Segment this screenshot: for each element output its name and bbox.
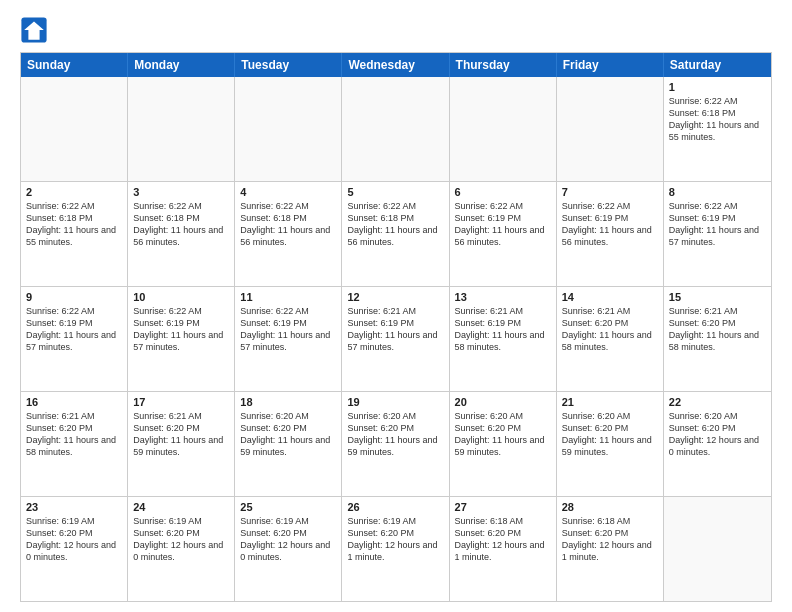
week-row-5: 23Sunrise: 6:19 AM Sunset: 6:20 PM Dayli… — [21, 496, 771, 601]
cell-info: Sunrise: 6:20 AM Sunset: 6:20 PM Dayligh… — [240, 410, 336, 459]
cell-info: Sunrise: 6:21 AM Sunset: 6:20 PM Dayligh… — [26, 410, 122, 459]
cell-info: Sunrise: 6:22 AM Sunset: 6:19 PM Dayligh… — [669, 200, 766, 249]
day-number: 15 — [669, 291, 766, 303]
day-number: 21 — [562, 396, 658, 408]
cal-cell: 6Sunrise: 6:22 AM Sunset: 6:19 PM Daylig… — [450, 182, 557, 286]
day-number: 11 — [240, 291, 336, 303]
day-number: 6 — [455, 186, 551, 198]
cell-info: Sunrise: 6:22 AM Sunset: 6:18 PM Dayligh… — [26, 200, 122, 249]
cal-cell: 21Sunrise: 6:20 AM Sunset: 6:20 PM Dayli… — [557, 392, 664, 496]
week-row-4: 16Sunrise: 6:21 AM Sunset: 6:20 PM Dayli… — [21, 391, 771, 496]
cell-info: Sunrise: 6:22 AM Sunset: 6:19 PM Dayligh… — [240, 305, 336, 354]
header-day-wednesday: Wednesday — [342, 53, 449, 77]
calendar-header: SundayMondayTuesdayWednesdayThursdayFrid… — [21, 53, 771, 77]
cal-cell: 22Sunrise: 6:20 AM Sunset: 6:20 PM Dayli… — [664, 392, 771, 496]
day-number: 22 — [669, 396, 766, 408]
week-row-3: 9Sunrise: 6:22 AM Sunset: 6:19 PM Daylig… — [21, 286, 771, 391]
calendar: SundayMondayTuesdayWednesdayThursdayFrid… — [20, 52, 772, 602]
cell-info: Sunrise: 6:22 AM Sunset: 6:19 PM Dayligh… — [26, 305, 122, 354]
day-number: 7 — [562, 186, 658, 198]
cell-info: Sunrise: 6:18 AM Sunset: 6:20 PM Dayligh… — [562, 515, 658, 564]
header-day-saturday: Saturday — [664, 53, 771, 77]
cal-cell: 26Sunrise: 6:19 AM Sunset: 6:20 PM Dayli… — [342, 497, 449, 601]
header-day-tuesday: Tuesday — [235, 53, 342, 77]
cal-cell — [450, 77, 557, 181]
day-number: 17 — [133, 396, 229, 408]
cell-info: Sunrise: 6:19 AM Sunset: 6:20 PM Dayligh… — [26, 515, 122, 564]
cell-info: Sunrise: 6:19 AM Sunset: 6:20 PM Dayligh… — [347, 515, 443, 564]
cell-info: Sunrise: 6:21 AM Sunset: 6:19 PM Dayligh… — [347, 305, 443, 354]
day-number: 1 — [669, 81, 766, 93]
day-number: 28 — [562, 501, 658, 513]
calendar-body: 1Sunrise: 6:22 AM Sunset: 6:18 PM Daylig… — [21, 77, 771, 601]
cal-cell: 11Sunrise: 6:22 AM Sunset: 6:19 PM Dayli… — [235, 287, 342, 391]
cal-cell: 7Sunrise: 6:22 AM Sunset: 6:19 PM Daylig… — [557, 182, 664, 286]
cell-info: Sunrise: 6:20 AM Sunset: 6:20 PM Dayligh… — [562, 410, 658, 459]
cal-cell: 23Sunrise: 6:19 AM Sunset: 6:20 PM Dayli… — [21, 497, 128, 601]
day-number: 26 — [347, 501, 443, 513]
cell-info: Sunrise: 6:22 AM Sunset: 6:19 PM Dayligh… — [455, 200, 551, 249]
cal-cell: 15Sunrise: 6:21 AM Sunset: 6:20 PM Dayli… — [664, 287, 771, 391]
cal-cell: 19Sunrise: 6:20 AM Sunset: 6:20 PM Dayli… — [342, 392, 449, 496]
day-number: 9 — [26, 291, 122, 303]
week-row-2: 2Sunrise: 6:22 AM Sunset: 6:18 PM Daylig… — [21, 181, 771, 286]
day-number: 24 — [133, 501, 229, 513]
day-number: 4 — [240, 186, 336, 198]
cell-info: Sunrise: 6:22 AM Sunset: 6:19 PM Dayligh… — [133, 305, 229, 354]
cal-cell: 2Sunrise: 6:22 AM Sunset: 6:18 PM Daylig… — [21, 182, 128, 286]
cell-info: Sunrise: 6:21 AM Sunset: 6:20 PM Dayligh… — [669, 305, 766, 354]
cal-cell: 16Sunrise: 6:21 AM Sunset: 6:20 PM Dayli… — [21, 392, 128, 496]
cal-cell: 10Sunrise: 6:22 AM Sunset: 6:19 PM Dayli… — [128, 287, 235, 391]
cell-info: Sunrise: 6:19 AM Sunset: 6:20 PM Dayligh… — [240, 515, 336, 564]
logo-icon — [20, 16, 48, 44]
day-number: 27 — [455, 501, 551, 513]
day-number: 20 — [455, 396, 551, 408]
cal-cell: 3Sunrise: 6:22 AM Sunset: 6:18 PM Daylig… — [128, 182, 235, 286]
page: SundayMondayTuesdayWednesdayThursdayFrid… — [0, 0, 792, 612]
day-number: 25 — [240, 501, 336, 513]
day-number: 10 — [133, 291, 229, 303]
cell-info: Sunrise: 6:22 AM Sunset: 6:18 PM Dayligh… — [133, 200, 229, 249]
cal-cell: 4Sunrise: 6:22 AM Sunset: 6:18 PM Daylig… — [235, 182, 342, 286]
cell-info: Sunrise: 6:18 AM Sunset: 6:20 PM Dayligh… — [455, 515, 551, 564]
cell-info: Sunrise: 6:20 AM Sunset: 6:20 PM Dayligh… — [347, 410, 443, 459]
day-number: 18 — [240, 396, 336, 408]
cell-info: Sunrise: 6:19 AM Sunset: 6:20 PM Dayligh… — [133, 515, 229, 564]
day-number: 5 — [347, 186, 443, 198]
cell-info: Sunrise: 6:21 AM Sunset: 6:20 PM Dayligh… — [562, 305, 658, 354]
cell-info: Sunrise: 6:21 AM Sunset: 6:19 PM Dayligh… — [455, 305, 551, 354]
cell-info: Sunrise: 6:22 AM Sunset: 6:18 PM Dayligh… — [669, 95, 766, 144]
cal-cell: 17Sunrise: 6:21 AM Sunset: 6:20 PM Dayli… — [128, 392, 235, 496]
day-number: 3 — [133, 186, 229, 198]
day-number: 14 — [562, 291, 658, 303]
cal-cell: 9Sunrise: 6:22 AM Sunset: 6:19 PM Daylig… — [21, 287, 128, 391]
cal-cell: 20Sunrise: 6:20 AM Sunset: 6:20 PM Dayli… — [450, 392, 557, 496]
cal-cell: 24Sunrise: 6:19 AM Sunset: 6:20 PM Dayli… — [128, 497, 235, 601]
header-day-friday: Friday — [557, 53, 664, 77]
week-row-1: 1Sunrise: 6:22 AM Sunset: 6:18 PM Daylig… — [21, 77, 771, 181]
day-number: 2 — [26, 186, 122, 198]
cal-cell — [235, 77, 342, 181]
cell-info: Sunrise: 6:22 AM Sunset: 6:18 PM Dayligh… — [347, 200, 443, 249]
day-number: 16 — [26, 396, 122, 408]
day-number: 13 — [455, 291, 551, 303]
cal-cell — [557, 77, 664, 181]
header — [20, 16, 772, 44]
cal-cell: 28Sunrise: 6:18 AM Sunset: 6:20 PM Dayli… — [557, 497, 664, 601]
day-number: 19 — [347, 396, 443, 408]
cal-cell — [664, 497, 771, 601]
header-day-sunday: Sunday — [21, 53, 128, 77]
cal-cell: 14Sunrise: 6:21 AM Sunset: 6:20 PM Dayli… — [557, 287, 664, 391]
cell-info: Sunrise: 6:20 AM Sunset: 6:20 PM Dayligh… — [455, 410, 551, 459]
header-day-monday: Monday — [128, 53, 235, 77]
cal-cell: 27Sunrise: 6:18 AM Sunset: 6:20 PM Dayli… — [450, 497, 557, 601]
cal-cell: 13Sunrise: 6:21 AM Sunset: 6:19 PM Dayli… — [450, 287, 557, 391]
cal-cell: 1Sunrise: 6:22 AM Sunset: 6:18 PM Daylig… — [664, 77, 771, 181]
day-number: 23 — [26, 501, 122, 513]
cal-cell — [342, 77, 449, 181]
logo — [20, 16, 52, 44]
cell-info: Sunrise: 6:20 AM Sunset: 6:20 PM Dayligh… — [669, 410, 766, 459]
cal-cell: 8Sunrise: 6:22 AM Sunset: 6:19 PM Daylig… — [664, 182, 771, 286]
cal-cell: 18Sunrise: 6:20 AM Sunset: 6:20 PM Dayli… — [235, 392, 342, 496]
day-number: 8 — [669, 186, 766, 198]
